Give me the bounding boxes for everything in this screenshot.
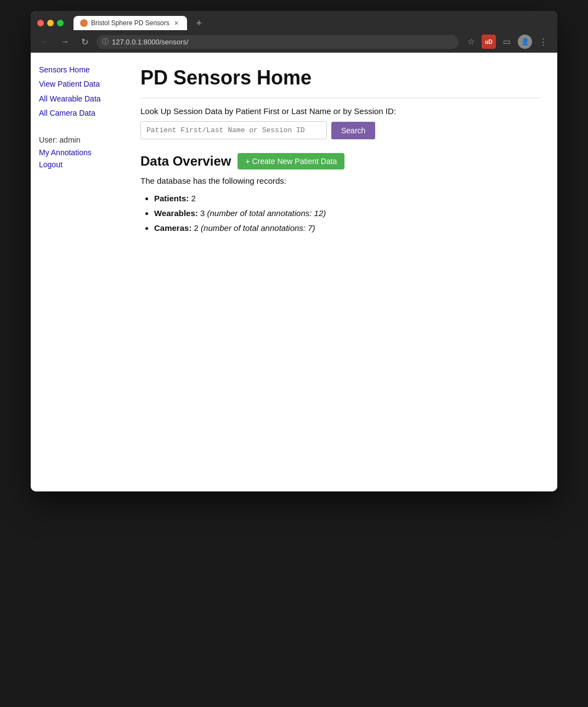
search-row: Search xyxy=(140,121,541,139)
tab-favicon xyxy=(80,19,88,27)
window-controls xyxy=(37,20,64,26)
browser-chrome: Bristol Sphere PD Sensors ✕ + ← → ↻ ⓘ ☆ … xyxy=(31,11,557,53)
back-icon: ← xyxy=(41,37,49,47)
maximize-button[interactable] xyxy=(57,20,64,26)
sidebar-item-my-annotations[interactable]: My Annotations xyxy=(39,148,92,157)
wearables-note: (number of total annotations: 12) xyxy=(207,208,326,218)
sidebar-nav: Sensors Home View Patient Data All Weara… xyxy=(39,64,116,120)
cameras-note: (number of total annotations: 7) xyxy=(201,223,315,233)
sidebar-item-all-camera[interactable]: All Camera Data xyxy=(39,107,116,119)
list-item: Cameras: 2 (number of total annotations:… xyxy=(154,223,541,233)
sidebar-item-view-patient[interactable]: View Patient Data xyxy=(39,78,116,90)
wearables-value: 3 xyxy=(200,208,207,218)
cameras-value: 2 xyxy=(194,223,201,233)
sidebar: Sensors Home View Patient Data All Weara… xyxy=(31,53,124,491)
records-label: The database has the following records: xyxy=(140,176,541,185)
stats-list: Patients: 2 Wearables: 3 (number of tota… xyxy=(140,194,541,233)
sidebar-divider xyxy=(39,131,116,131)
data-overview-title: Data Overview xyxy=(140,154,231,169)
create-patient-button[interactable]: + Create New Patient Data xyxy=(238,153,344,169)
active-tab[interactable]: Bristol Sphere PD Sensors ✕ xyxy=(74,16,187,30)
reload-button[interactable]: ↻ xyxy=(77,34,92,49)
data-overview-header: Data Overview + Create New Patient Data xyxy=(140,153,541,169)
toolbar-icons: ☆ uD ▭ 👤 ⋮ xyxy=(463,34,551,49)
page-title: PD Sensors Home xyxy=(140,66,541,98)
url-wrapper: ⓘ xyxy=(97,35,459,49)
lookup-label: Look Up Session Data by Patient First or… xyxy=(140,106,541,116)
back-button[interactable]: ← xyxy=(37,34,53,49)
reload-icon: ↻ xyxy=(81,37,88,47)
sidebar-item-all-wearable[interactable]: All Wearable Data xyxy=(39,93,116,105)
browser-window: Bristol Sphere PD Sensors ✕ + ← → ↻ ⓘ ☆ … xyxy=(31,11,557,491)
new-tab-button[interactable]: + xyxy=(191,15,207,31)
profile-avatar[interactable]: 👤 xyxy=(518,35,532,49)
tab-bar: Bristol Sphere PD Sensors ✕ + xyxy=(31,11,557,31)
sidebar-item-logout[interactable]: Logout xyxy=(39,160,63,169)
patients-value: 2 xyxy=(191,194,196,203)
tab-title: Bristol Sphere PD Sensors xyxy=(91,19,169,27)
address-bar: ← → ↻ ⓘ ☆ uD ▭ 👤 ⋮ xyxy=(31,31,557,53)
main-content: PD Sensors Home Look Up Session Data by … xyxy=(124,53,557,491)
ublock-icon: uD xyxy=(482,35,496,49)
forward-button[interactable]: → xyxy=(57,34,72,49)
list-item: Patients: 2 xyxy=(154,194,541,203)
tab-close-button[interactable]: ✕ xyxy=(173,19,180,27)
list-item: Wearables: 3 (number of total annotation… xyxy=(154,208,541,218)
minimize-button[interactable] xyxy=(47,20,54,26)
close-button[interactable] xyxy=(37,20,44,26)
patients-label: Patients: xyxy=(154,194,189,203)
cameras-label: Cameras: xyxy=(154,223,191,233)
sidebar-username: User: admin xyxy=(39,135,116,144)
wearables-label: Wearables: xyxy=(154,208,198,218)
search-button[interactable]: Search xyxy=(331,122,375,139)
sidebar-item-sensors-home[interactable]: Sensors Home xyxy=(39,64,116,76)
forward-icon: → xyxy=(60,37,69,47)
menu-button[interactable]: ⋮ xyxy=(535,34,551,49)
cast-button[interactable]: ▭ xyxy=(499,34,514,49)
page-content: Sensors Home View Patient Data All Weara… xyxy=(31,53,557,491)
search-input[interactable] xyxy=(140,121,327,139)
url-input[interactable] xyxy=(97,35,459,49)
bookmark-button[interactable]: ☆ xyxy=(463,34,478,49)
